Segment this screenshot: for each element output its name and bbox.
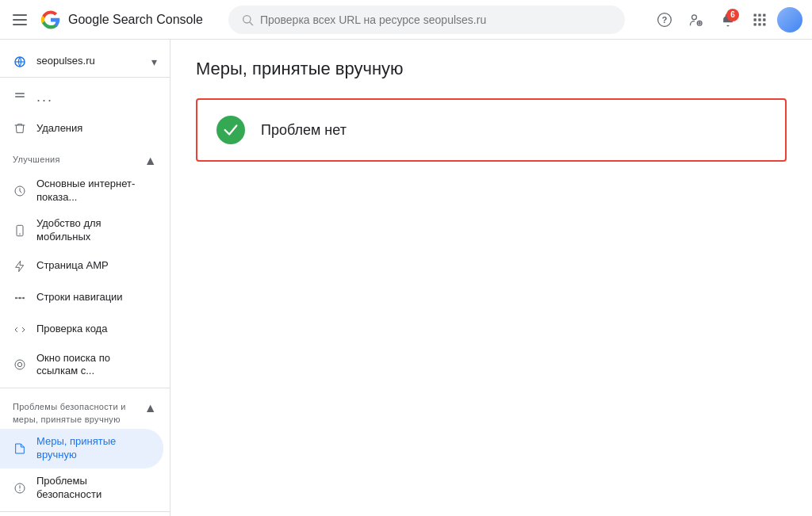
manual-actions-label: Меры, принятые вручную: [36, 435, 151, 462]
status-card: Проблем нет: [196, 98, 787, 162]
svg-point-5: [692, 14, 697, 19]
security-issues-icon: [13, 481, 27, 495]
search-icon: [241, 13, 254, 26]
site-icon: [13, 55, 27, 69]
svg-rect-12: [763, 13, 765, 16]
sitelinks-label: Окно поиска по ссылкам с...: [36, 352, 151, 379]
apps-button[interactable]: [745, 6, 774, 34]
search-input[interactable]: [260, 13, 612, 26]
svg-text:?: ?: [662, 15, 668, 25]
add-property-button[interactable]: [682, 6, 710, 34]
core-web-icon: [13, 184, 27, 198]
site-dropdown-icon: ▾: [151, 55, 157, 68]
svg-rect-14: [758, 18, 760, 21]
svg-point-27: [19, 296, 21, 299]
sitelinks-icon: [13, 357, 27, 372]
main-layout: seopulses.ru ▾ ... Удаления Улучшения ▲: [0, 40, 812, 516]
avatar[interactable]: [777, 7, 802, 32]
deletions-label: Удаления: [36, 122, 151, 136]
sidebar-item-security-issues[interactable]: Проблемы безопасности: [0, 468, 163, 508]
svg-point-36: [19, 490, 20, 491]
help-button[interactable]: ?: [650, 6, 679, 34]
svg-point-32: [17, 363, 21, 367]
manual-actions-icon: [13, 441, 27, 456]
sidebar-item-core-web[interactable]: Основные интернет-показа...: [0, 171, 163, 211]
sidebar-item-breadcrumbs[interactable]: Строки навигации: [0, 282, 163, 314]
header: Google Search Console ? 6: [0, 0, 812, 40]
deletions-icon: [13, 121, 27, 136]
sidebar: seopulses.ru ▾ ... Удаления Улучшения ▲: [0, 40, 170, 516]
breadcrumbs-label: Строки навигации: [36, 291, 151, 304]
hidden-label: ...: [36, 94, 151, 101]
search-bar[interactable]: [228, 6, 625, 34]
sidebar-item-deletions[interactable]: Удаления: [0, 113, 163, 144]
improvements-section-header: Улучшения ▲: [0, 144, 170, 171]
status-icon-circle: [216, 116, 245, 144]
sidebar-item-sitelinks[interactable]: Окно поиска по ссылкам с...: [0, 346, 163, 385]
breadcrumbs-icon: [13, 291, 27, 305]
security-issues-label: Проблемы безопасности: [36, 475, 151, 502]
app-title: Google Search Console: [68, 13, 203, 27]
logo: Google Search Console: [40, 9, 203, 31]
svg-point-28: [22, 296, 25, 299]
google-logo-icon: [40, 9, 62, 31]
svg-point-9: [726, 25, 729, 26]
svg-rect-11: [758, 13, 760, 16]
sidebar-site-selector[interactable]: seopulses.ru ▾: [0, 46, 170, 78]
main-content: Меры, принятые вручную Проблем нет: [170, 40, 812, 516]
header-actions: ? 6: [650, 6, 802, 34]
site-name: seopulses.ru: [36, 55, 142, 68]
hidden-icon: [13, 90, 27, 104]
svg-rect-15: [763, 18, 765, 21]
code-label: Проверка кода: [36, 323, 151, 336]
svg-line-2: [250, 22, 253, 25]
svg-rect-13: [754, 18, 756, 21]
svg-rect-22: [15, 93, 25, 94]
menu-button[interactable]: [10, 11, 30, 29]
improvements-label: Улучшения: [13, 154, 60, 166]
security-label: Проблемы безопасности и меры, принятые в…: [13, 401, 132, 426]
svg-point-31: [15, 360, 25, 369]
code-icon: [13, 323, 27, 337]
sidebar-item-manual-actions[interactable]: Меры, принятые вручную: [0, 429, 163, 468]
amp-label: Страница AMP: [36, 259, 151, 273]
sidebar-item-mobile[interactable]: Удобство для мобильных: [0, 211, 163, 250]
sidebar-item-amp[interactable]: Страница AMP: [0, 250, 163, 282]
svg-rect-10: [754, 13, 756, 16]
divider-1: [0, 388, 170, 388]
status-text: Проблем нет: [261, 122, 347, 139]
svg-point-26: [15, 296, 17, 299]
notification-badge: 6: [726, 9, 739, 21]
notifications-button[interactable]: 6: [714, 6, 742, 34]
checkmark-icon: [222, 121, 239, 139]
security-collapse-icon[interactable]: ▲: [144, 401, 157, 415]
svg-rect-18: [763, 23, 765, 25]
divider-2: [0, 511, 170, 512]
page-title: Меры, принятые вручную: [196, 59, 787, 79]
mobile-label: Удобство для мобильных: [36, 217, 151, 244]
svg-rect-17: [758, 23, 760, 25]
improvements-collapse-icon[interactable]: ▲: [144, 154, 157, 168]
amp-icon: [13, 259, 27, 273]
svg-rect-21: [15, 96, 25, 97]
mobile-icon: [13, 224, 27, 238]
sidebar-item-code[interactable]: Проверка кода: [0, 314, 163, 346]
security-section-header: Проблемы безопасности и меры, принятые в…: [0, 392, 170, 429]
core-web-label: Основные интернет-показа...: [36, 178, 151, 204]
svg-rect-16: [754, 23, 756, 25]
sidebar-item-hidden[interactable]: ...: [0, 81, 163, 113]
